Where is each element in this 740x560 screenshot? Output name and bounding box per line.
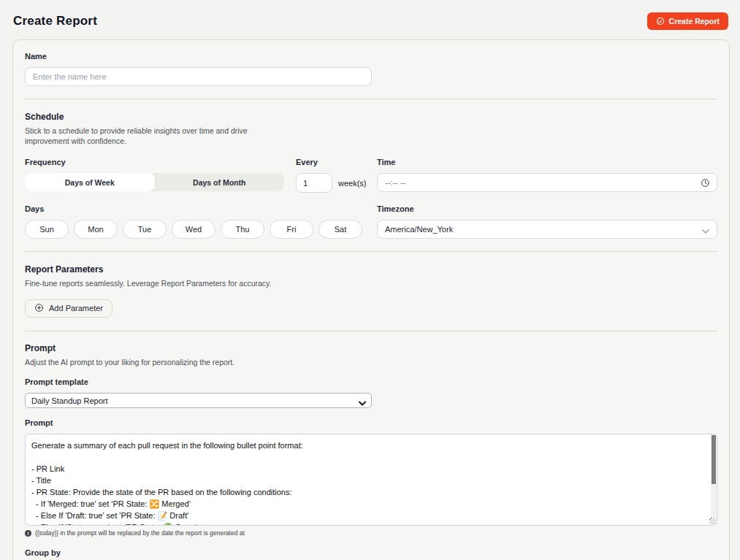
chevron-down-icon bbox=[702, 227, 709, 236]
frequency-option-days-of-month[interactable]: Days of Month bbox=[155, 173, 285, 191]
name-section: Name bbox=[25, 40, 717, 99]
day-pill-mon[interactable]: Mon bbox=[74, 220, 118, 239]
report-parameters-description: Fine-tune reports seamlessly. Leverage R… bbox=[25, 279, 717, 289]
prompt-textarea-wrap: Generate a summary of each pull request … bbox=[25, 434, 717, 526]
frequency-segmented-control: Days of Week Days of Month bbox=[25, 173, 284, 191]
prompt-title: Prompt bbox=[25, 343, 717, 353]
timezone-value: America/New_York bbox=[385, 225, 453, 234]
clock-icon[interactable] bbox=[701, 178, 710, 189]
prompt-field-label: Prompt bbox=[25, 418, 717, 427]
group-by-label: Group by bbox=[25, 548, 717, 557]
day-pill-tue[interactable]: Tue bbox=[123, 220, 167, 239]
schedule-title: Schedule bbox=[25, 112, 717, 122]
schedule-row-1: Frequency Days of Week Days of Month Eve… bbox=[25, 158, 717, 193]
frequency-label: Frequency bbox=[25, 158, 284, 166]
group-by-block: Group by None bbox=[25, 548, 717, 560]
day-pill-thu[interactable]: Thu bbox=[221, 220, 264, 239]
report-parameters-title: Report Parameters bbox=[25, 264, 717, 275]
add-parameter-button-label: Add Parameter bbox=[49, 304, 103, 312]
prompt-note-text: {{today}} in the prompt will be replaced… bbox=[35, 529, 245, 537]
time-label: Time bbox=[377, 158, 717, 166]
textarea-scrollbar[interactable] bbox=[711, 435, 716, 518]
add-parameter-button[interactable]: Add Parameter bbox=[25, 299, 112, 318]
day-pill-sun[interactable]: Sun bbox=[25, 220, 69, 239]
time-input[interactable]: --:-- -- bbox=[377, 173, 717, 192]
prompt-note-row: i {{today}} in the prompt will be replac… bbox=[25, 529, 717, 537]
name-input[interactable] bbox=[25, 67, 372, 86]
prompt-textarea[interactable]: Generate a summary of each pull request … bbox=[25, 434, 717, 526]
prompt-section: Prompt Adjust the AI prompt to your liki… bbox=[25, 331, 717, 560]
chevron-down-icon bbox=[359, 399, 366, 407]
name-label: Name bbox=[25, 52, 717, 61]
every-input[interactable] bbox=[296, 173, 332, 193]
day-pill-wed[interactable]: Wed bbox=[172, 220, 215, 239]
textarea-resize-handle[interactable] bbox=[709, 518, 716, 524]
info-icon: i bbox=[25, 530, 31, 537]
time-column: Time --:-- -- bbox=[377, 158, 717, 193]
day-pill-fri[interactable]: Fri bbox=[270, 220, 313, 239]
timezone-select[interactable]: America/New_York bbox=[377, 220, 717, 239]
prompt-template-select[interactable]: Daily Standup Report bbox=[25, 393, 372, 408]
page-title: Create Report bbox=[13, 14, 97, 28]
topbar: Create Report Create Report bbox=[0, 0, 740, 39]
prompt-template-label: Prompt template bbox=[25, 377, 717, 386]
every-column: Every week(s) bbox=[296, 158, 365, 193]
create-report-button[interactable]: Create Report bbox=[647, 12, 728, 30]
schedule-description: Stick to a schedule to provide reliable … bbox=[25, 126, 279, 146]
frequency-column: Frequency Days of Week Days of Month bbox=[25, 158, 284, 193]
days-label: Days bbox=[25, 204, 365, 213]
prompt-description: Adjust the AI prompt to your liking for … bbox=[25, 358, 717, 368]
plus-circle-icon bbox=[34, 303, 44, 314]
days-column: Days Sun Mon Tue Wed Thu Fri Sat bbox=[25, 204, 365, 239]
frequency-option-days-of-week[interactable]: Days of Week bbox=[25, 173, 155, 191]
every-label: Every bbox=[296, 158, 365, 166]
create-report-form-card: Name Schedule Stick to a schedule to pro… bbox=[12, 39, 730, 560]
check-circle-icon bbox=[656, 17, 665, 26]
textarea-scrollbar-thumb[interactable] bbox=[712, 435, 716, 484]
schedule-section: Schedule Stick to a schedule to provide … bbox=[25, 99, 717, 252]
timezone-label: Timezone bbox=[377, 204, 717, 213]
time-value: --:-- -- bbox=[385, 178, 405, 187]
every-unit-label: week(s) bbox=[338, 179, 367, 188]
prompt-template-value: Daily Standup Report bbox=[31, 396, 108, 405]
schedule-row-2: Days Sun Mon Tue Wed Thu Fri Sat Timezon… bbox=[25, 204, 717, 239]
report-parameters-section: Report Parameters Fine-tune reports seam… bbox=[25, 252, 717, 331]
days-pill-group: Sun Mon Tue Wed Thu Fri Sat bbox=[25, 220, 365, 239]
day-pill-sat[interactable]: Sat bbox=[318, 220, 362, 239]
create-report-button-label: Create Report bbox=[669, 17, 720, 26]
timezone-column: Timezone America/New_York bbox=[377, 204, 717, 239]
